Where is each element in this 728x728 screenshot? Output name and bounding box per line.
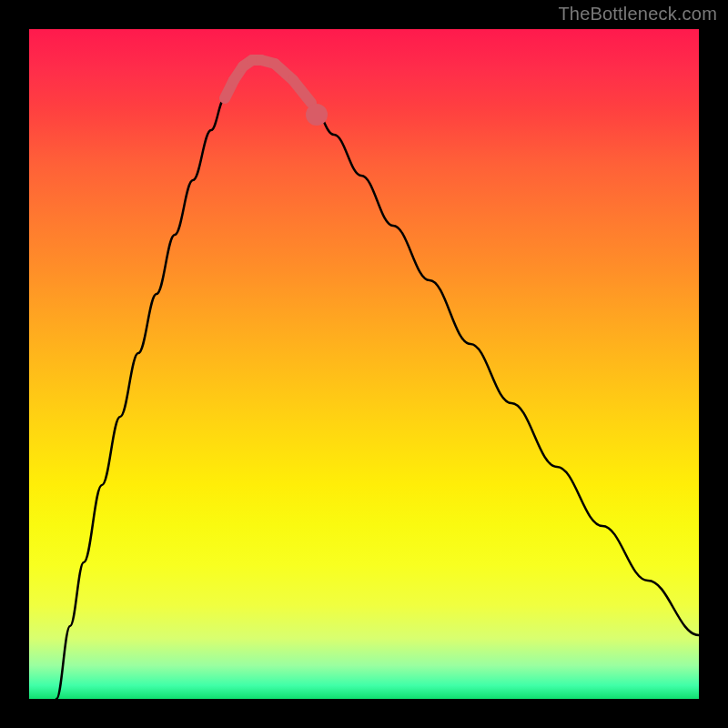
bottleneck-curve xyxy=(56,60,699,699)
watermark-text: TheBottleneck.com xyxy=(558,4,717,25)
chart-frame: TheBottleneck.com xyxy=(0,0,728,728)
plot-area xyxy=(29,29,699,699)
highlight-markers xyxy=(225,60,322,120)
curve-svg xyxy=(29,29,699,699)
highlight-marker-seg xyxy=(293,80,311,103)
highlight-marker-dot xyxy=(311,109,322,120)
